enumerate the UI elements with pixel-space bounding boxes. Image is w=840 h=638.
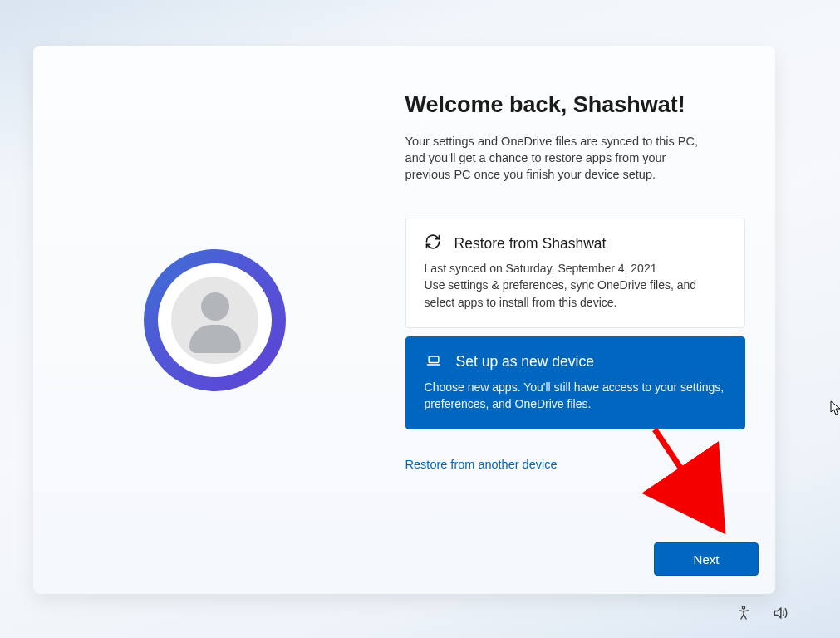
page-subtitle: Your settings and OneDrive files are syn… bbox=[405, 133, 705, 183]
avatar-white-circle bbox=[158, 263, 272, 377]
cursor-icon bbox=[830, 400, 840, 415]
avatar-placeholder-icon bbox=[171, 277, 258, 364]
svg-rect-0 bbox=[429, 356, 439, 363]
option-restore-desc: Last synced on Saturday, September 4, 20… bbox=[425, 260, 726, 311]
option-new-device-title: Set up as new device bbox=[456, 353, 594, 371]
option-new-device-desc: Choose new apps. You'll still have acces… bbox=[425, 379, 726, 413]
option-new-device-card[interactable]: Set up as new device Choose new apps. Yo… bbox=[405, 336, 745, 430]
setup-panel: Welcome back, Shashwat! Your settings an… bbox=[33, 46, 775, 594]
content-pane: Welcome back, Shashwat! Your settings an… bbox=[397, 46, 775, 594]
next-button[interactable]: Next bbox=[654, 542, 759, 576]
avatar-ring bbox=[144, 249, 286, 391]
illustration-pane bbox=[33, 46, 397, 594]
laptop-icon bbox=[425, 352, 443, 372]
svg-point-3 bbox=[742, 606, 744, 609]
restore-another-device-link[interactable]: Restore from another device bbox=[405, 458, 558, 471]
page-title: Welcome back, Shashwat! bbox=[405, 92, 745, 118]
avatar-body-shape bbox=[189, 325, 241, 353]
sync-icon bbox=[425, 233, 441, 253]
avatar-head-shape bbox=[201, 292, 229, 321]
option-restore-header: Restore from Shashwat bbox=[425, 233, 726, 253]
option-new-device-header: Set up as new device bbox=[425, 352, 726, 372]
volume-icon[interactable] bbox=[772, 605, 788, 625]
accessibility-icon[interactable] bbox=[735, 605, 752, 625]
option-restore-card[interactable]: Restore from Shashwat Last synced on Sat… bbox=[405, 218, 745, 328]
option-restore-title: Restore from Shashwat bbox=[454, 235, 607, 253]
